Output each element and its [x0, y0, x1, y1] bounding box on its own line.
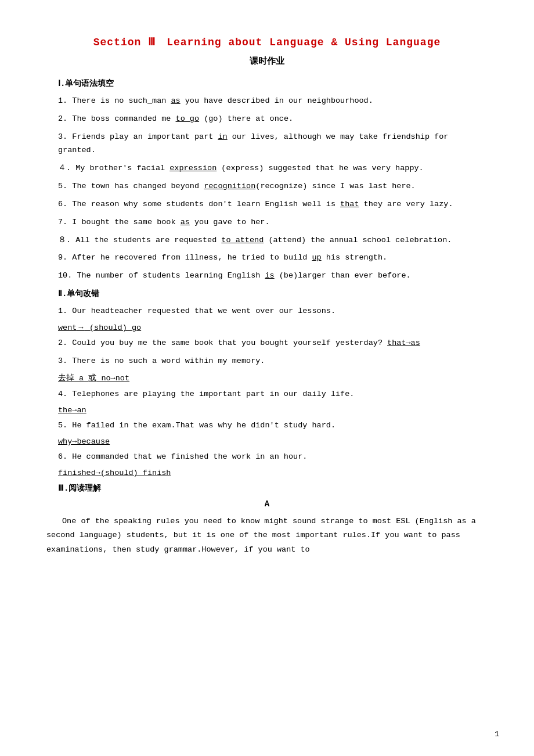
paragraph1: One of the speaking rules you need to kn…	[46, 514, 488, 557]
list-item: 6. He commanded that we finished the wor…	[58, 451, 488, 464]
section2-items: 1. Our headteacher requested that we wen…	[46, 305, 488, 477]
item-number: 1.	[58, 96, 67, 105]
list-item: 2. Could you buy me the same book that y…	[58, 337, 488, 350]
subsection-a: A	[46, 499, 488, 509]
item-number: ４.	[58, 164, 71, 172]
correction-line: went→ (should) go	[58, 323, 488, 332]
item-number: 1.	[58, 307, 67, 315]
list-item: 3. Friends play an important part in our…	[58, 131, 488, 157]
item-number: 6.	[58, 200, 67, 208]
item-number: 7.	[58, 218, 67, 226]
item-number: 3.	[58, 132, 67, 141]
item-number: 3.	[58, 357, 67, 365]
item-number: 5.	[58, 182, 67, 190]
section2-heading: Ⅱ.单句改错	[58, 289, 488, 299]
list-item: ８. All the students are requested to att…	[58, 234, 488, 247]
correction-line: the→an	[58, 406, 488, 415]
list-item: ４. My brother's facial expression (expre…	[58, 162, 488, 175]
correction-line: 去掉 a 或 no→not	[58, 373, 488, 383]
subtitle: 课时作业	[46, 56, 488, 67]
item-number: 9.	[58, 253, 67, 262]
list-item: 5. The town has changed beyond recogniti…	[58, 180, 488, 193]
item-number: 10.	[58, 271, 72, 280]
item-number: 6.	[58, 452, 67, 461]
list-item: 9. After he recovered from illness, he t…	[58, 251, 488, 265]
section1-heading: Ⅰ.单句语法填空	[58, 78, 488, 89]
list-item: 10. The number of students learning Engl…	[58, 269, 488, 283]
item-number: 5.	[58, 421, 67, 430]
correction-line: finished→(should) finish	[58, 469, 488, 477]
list-item: 4. Telephones are playing the important …	[58, 388, 488, 401]
list-item: 1. There is no such_man as you have desc…	[58, 95, 488, 108]
item-number: ８.	[58, 236, 71, 244]
list-item: 5. He failed in the exam.That was why he…	[58, 419, 488, 433]
correction-line: why→because	[58, 437, 488, 446]
list-item: 3. There is no such a word within my mem…	[58, 355, 488, 368]
item-number: 2.	[58, 114, 67, 123]
page-number: 1	[495, 730, 499, 739]
page-title: Section Ⅲ Learning about Language & Usin…	[46, 35, 488, 49]
list-item: 7. I bought the same book as you gave to…	[58, 216, 488, 229]
section3-heading: Ⅲ.阅读理解	[58, 483, 488, 494]
item-number: 4.	[58, 390, 67, 398]
list-item: 1. Our headteacher requested that we wen…	[58, 305, 488, 318]
list-item: 6. The reason why some students don't le…	[58, 198, 488, 211]
item-number: 2.	[58, 339, 67, 347]
section1-items: 1. There is no such_man as you have desc…	[46, 95, 488, 283]
list-item: 2. The boss commanded me to go (go) ther…	[58, 113, 488, 126]
